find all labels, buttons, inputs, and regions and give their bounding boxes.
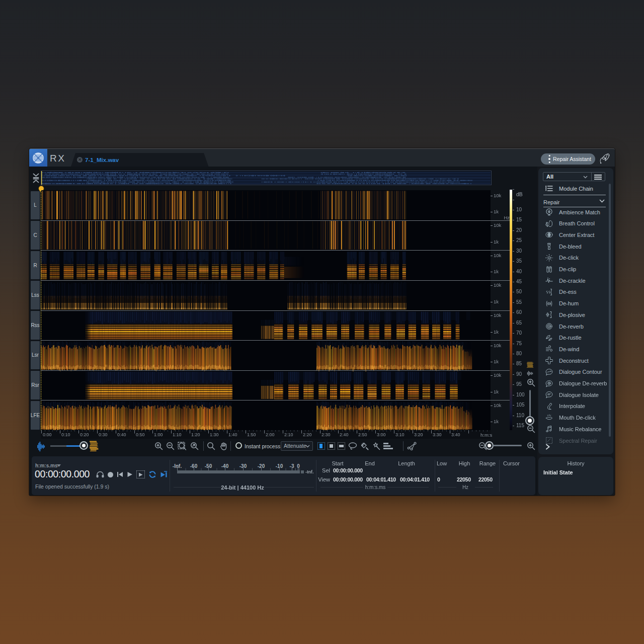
module-item-de-reverb[interactable]: De-reverb [538, 321, 613, 332]
wave-spectrogram-balance-knob[interactable] [80, 442, 87, 449]
frequency-value: 22050 [457, 476, 471, 482]
play-icon[interactable] [127, 471, 133, 477]
db-tick [513, 200, 514, 200]
sidebar-expand-icon[interactable] [545, 444, 550, 450]
record-icon[interactable] [108, 472, 113, 477]
zoom-selection-icon[interactable] [178, 442, 187, 450]
frequency-tick [491, 196, 493, 196]
channel-separator [41, 340, 510, 341]
previous-icon[interactable] [117, 471, 123, 477]
magnifier-icon[interactable] [207, 442, 215, 450]
module-item-dialogue-isolate[interactable]: Dialogue Isolate [538, 389, 613, 400]
vertical-zoom-slider-track[interactable] [529, 390, 531, 418]
module-filter-dropdown[interactable]: All [543, 173, 591, 181]
module-item-de-hum[interactable]: De-hum [538, 298, 613, 309]
channel-label-c[interactable]: C [31, 221, 40, 250]
module-item-deconstruct[interactable]: Deconstruct [538, 355, 613, 366]
view-length-value: 00:04:01.410 [400, 476, 430, 482]
db-tick [513, 272, 514, 272]
frequency-tick [491, 212, 493, 212]
time-selection-icon[interactable] [317, 442, 325, 450]
module-item-breath-control[interactable]: Breath Control [538, 218, 613, 229]
lasso-selection-icon[interactable] [348, 442, 358, 450]
brush-selection-icon[interactable] [360, 442, 369, 451]
channel-label-lsr[interactable]: Lsr [31, 341, 40, 370]
channel-label-rss[interactable]: Rss [31, 311, 40, 340]
module-item-interpolate[interactable]: Interpolate [538, 400, 613, 412]
wave-spectrogram-balance-track[interactable] [50, 445, 66, 447]
frequency-selection-icon[interactable] [338, 442, 345, 450]
overview-minimap[interactable] [41, 171, 492, 185]
channel-label-l[interactable]: L [31, 191, 40, 220]
close-tab-icon[interactable]: ✕ [77, 157, 83, 163]
db-colorbar [510, 190, 512, 430]
scribble-icon[interactable] [599, 152, 612, 165]
channel-label-rsr[interactable]: Rsr [31, 371, 40, 399]
module-item-mouth-de-click[interactable]: Mouth De-click [538, 412, 613, 423]
harmonics-selection-icon[interactable] [383, 443, 393, 449]
module-item-de-click[interactable]: De-click [538, 252, 613, 263]
module-menu-button[interactable] [591, 173, 605, 181]
collapse-channels-icon[interactable] [32, 173, 40, 183]
vertical-zoom-in-icon[interactable] [527, 378, 535, 387]
instant-process-toggle[interactable] [235, 442, 242, 449]
module-item-dialogue-contour[interactable]: Dialogue Contour [538, 366, 613, 377]
frequency-unit-label: Hz [501, 215, 510, 220]
horizontal-zoom-slider-knob[interactable] [486, 442, 493, 449]
history-item[interactable]: Initial State [543, 469, 573, 475]
waveform-icon[interactable] [37, 441, 46, 452]
vertical-zoom-slider-knob[interactable] [526, 417, 533, 424]
zoom-out-icon[interactable] [166, 442, 175, 450]
spectrogram-icon[interactable] [90, 441, 99, 452]
module-item-de-bleed[interactable]: De-bleed [538, 241, 613, 252]
module-item-de-rustle[interactable]: De-rustle [538, 332, 613, 343]
headphones-icon[interactable] [96, 471, 104, 478]
db-tick [513, 189, 514, 190]
module-item-dialogue-de-reverb[interactable]: Dialogue De-reverb [538, 378, 613, 389]
play-selection-icon[interactable] [136, 470, 145, 478]
mini-spectrogram-icon[interactable] [527, 362, 534, 368]
frequency-tick [491, 392, 493, 392]
module-item-de-plosive[interactable]: De-plosive [538, 309, 613, 320]
frequency-tick [491, 256, 493, 256]
module-item-ambience-match[interactable]: Ambience Match [538, 207, 613, 218]
play-to-end-icon[interactable] [160, 471, 168, 478]
module-item-de-wind[interactable]: De-wind [538, 344, 613, 355]
magic-wand-selection-icon[interactable] [372, 442, 381, 451]
loop-icon[interactable] [148, 471, 156, 478]
vertical-zoom-out-icon[interactable] [527, 425, 535, 433]
zoom-reset-icon[interactable] [190, 442, 199, 450]
module-chain-item[interactable]: Module Chain [538, 183, 613, 194]
mini-waveform-icon[interactable] [527, 370, 534, 376]
category-dropdown[interactable]: Repair [543, 197, 606, 206]
module-item-center-extract[interactable]: Center Extract [538, 229, 613, 240]
module-item-de-crackle[interactable]: De-crackle [538, 275, 613, 286]
de-crackle-icon [545, 277, 553, 284]
channel-label-lss[interactable]: Lss [31, 281, 40, 309]
module-item-label: Interpolate [559, 403, 585, 409]
module-item-de-ess[interactable]: De-ess [538, 286, 613, 297]
channel-label-lfe[interactable]: LFE [31, 401, 40, 430]
timeline-ruler[interactable] [41, 430, 491, 439]
module-item-de-clip[interactable]: De-clip [538, 264, 613, 275]
time-frequency-selection-icon[interactable] [328, 442, 335, 450]
hand-icon[interactable] [219, 442, 228, 450]
module-item-music-rebalance[interactable]: Music Rebalance [538, 424, 613, 435]
horizontal-zoom-slider-track[interactable] [493, 445, 522, 446]
frequency-tick-label: 10k [494, 223, 501, 228]
module-list-scrollbar[interactable] [609, 184, 611, 437]
process-mode-value: Attenuate [284, 443, 306, 449]
zoom-in-icon[interactable] [154, 442, 163, 450]
frequency-value: 0 [437, 476, 440, 482]
channel-label-r[interactable]: R [31, 251, 40, 280]
process-mode-dropdown[interactable]: Attenuate [281, 441, 313, 451]
module-item-label: Spectral Repair [559, 438, 597, 444]
curve-tool-icon[interactable] [407, 442, 417, 450]
file-tab[interactable]: ✕ 7-1_Mix.wav [71, 153, 209, 167]
selection-header-length: Length [398, 460, 415, 466]
horizontal-zoom-in-icon[interactable] [527, 442, 535, 450]
hamburger-icon [594, 175, 602, 176]
time-format-label[interactable]: h:m:s.ms [35, 463, 57, 468]
repair-assistant-button[interactable]: Repair Assistant [541, 153, 595, 165]
frequency-tick [491, 285, 493, 286]
